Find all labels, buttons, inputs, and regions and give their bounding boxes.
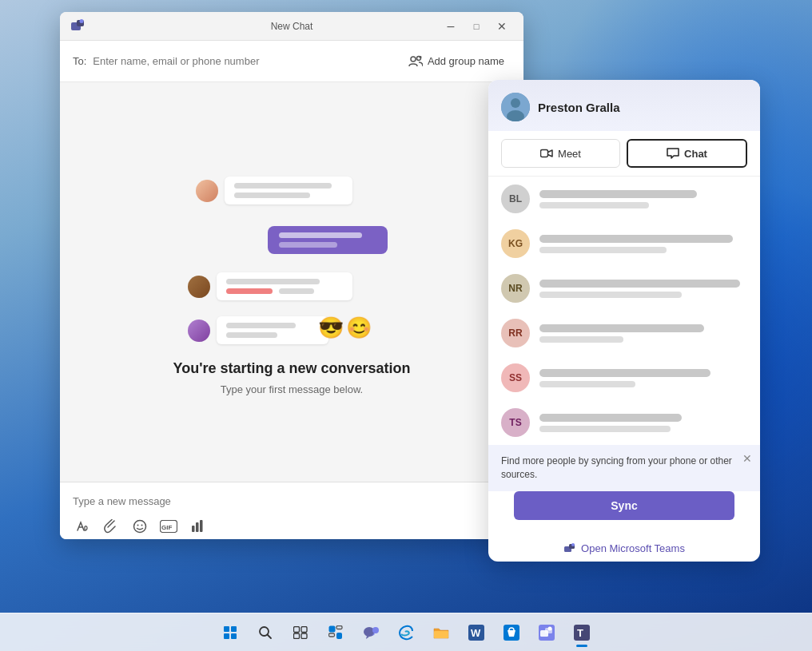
svg-text:GIF: GIF: [161, 524, 172, 531]
svg-point-2: [80, 19, 84, 23]
contact-sub-line: [539, 202, 649, 208]
meet-label: Meet: [558, 148, 581, 160]
svg-rect-13: [196, 522, 199, 532]
taskbar-teams-work[interactable]: T: [566, 617, 598, 649]
contact-info: [539, 324, 747, 343]
contact-list: BL KG NR RR SS: [488, 177, 760, 445]
window-titlebar: New Chat – □ ✕: [60, 12, 523, 41]
chat-button[interactable]: Chat: [627, 139, 747, 168]
meet-button[interactable]: Meet: [501, 139, 620, 168]
svg-point-21: [571, 543, 575, 546]
attach-icon[interactable]: [102, 517, 121, 536]
contact-item[interactable]: BL: [488, 177, 760, 221]
window-title: New Chat: [271, 21, 313, 32]
taskbar-explorer[interactable]: [425, 617, 457, 649]
teams-window: New Chat – □ ✕ To: Add group name: [60, 12, 523, 539]
contact-initials: RR: [501, 319, 530, 347]
windows-logo-icon: [224, 626, 237, 639]
contact-header: Preston Gralla: [488, 80, 760, 131]
add-group-button[interactable]: Add group name: [402, 51, 511, 72]
contact-sub-line: [539, 381, 635, 387]
contact-item[interactable]: SS: [488, 355, 760, 400]
contact-name-line: [539, 414, 682, 422]
taskbar-widgets[interactable]: [320, 617, 352, 649]
taskbar-teams-chat[interactable]: [355, 617, 387, 649]
contact-item[interactable]: TS: [488, 400, 760, 445]
contact-sub-line: [539, 426, 671, 432]
svg-line-23: [268, 634, 272, 638]
taskbar-task-view[interactable]: [285, 617, 316, 649]
contact-name-line: [539, 235, 733, 243]
contact-item[interactable]: NR: [488, 266, 760, 311]
contact-info: [539, 280, 747, 298]
teams-personal-icon: [539, 625, 555, 641]
task-view-icon: [293, 626, 308, 639]
explorer-icon: [433, 625, 449, 640]
sync-banner-text: Find more people by syncing from your ph…: [501, 455, 747, 482]
contact-sub-line: [539, 247, 667, 253]
open-teams-row[interactable]: Open Microsoft Teams: [488, 536, 760, 562]
sync-close-button[interactable]: ✕: [742, 451, 752, 467]
edge-icon: [398, 625, 414, 641]
message-toolbar: GIF: [73, 512, 511, 536]
format-icon[interactable]: [73, 517, 92, 536]
taskbar-start[interactable]: [214, 617, 246, 649]
chat-icon: [667, 148, 679, 159]
chat-area: 😎😊 You're starting a new conversation Ty…: [60, 82, 523, 482]
chat-label: Chat: [684, 148, 707, 160]
taskbar-teams-personal[interactable]: [531, 617, 563, 649]
store-icon: [504, 625, 519, 641]
to-label: To:: [73, 55, 86, 67]
svg-rect-31: [336, 633, 342, 639]
contact-avatar: [501, 93, 530, 121]
message-input-area: GIF: [60, 482, 523, 539]
gif-icon[interactable]: GIF: [159, 517, 178, 536]
taskbar-edge[interactable]: [390, 617, 422, 649]
svg-point-33: [372, 627, 379, 633]
contact-item[interactable]: KG: [488, 221, 760, 266]
poll-icon[interactable]: [188, 517, 207, 536]
video-icon: [540, 149, 553, 158]
svg-rect-30: [329, 633, 335, 637]
open-teams-label: Open Microsoft Teams: [581, 542, 685, 554]
word-icon: W: [468, 625, 484, 641]
contact-name-line: [539, 369, 710, 377]
recipient-input[interactable]: [93, 55, 402, 67]
contact-panel: Preston Gralla Meet Chat BL: [488, 80, 760, 562]
svg-point-7: [134, 521, 146, 533]
svg-rect-24: [294, 626, 300, 632]
contact-initials: KG: [501, 229, 530, 258]
svg-rect-27: [301, 633, 307, 639]
svg-rect-18: [541, 150, 548, 157]
svg-rect-14: [200, 520, 203, 532]
teams-chat-icon: [362, 625, 380, 641]
add-group-icon: [408, 54, 423, 69]
contact-name-line: [539, 324, 704, 332]
message-input[interactable]: [73, 490, 511, 512]
svg-rect-12: [192, 526, 195, 532]
search-icon: [258, 625, 273, 640]
svg-rect-28: [329, 625, 336, 632]
action-buttons: Meet Chat: [488, 131, 760, 177]
new-conversation-subtitle: Type your first message below.: [221, 383, 363, 395]
emoji-icon[interactable]: [130, 517, 149, 536]
minimize-button[interactable]: –: [439, 14, 463, 38]
contact-info: [539, 190, 747, 208]
contact-sub-line: [539, 336, 623, 343]
close-button[interactable]: ✕: [490, 14, 514, 38]
window-controls: – □ ✕: [439, 14, 514, 38]
svg-point-41: [548, 626, 552, 630]
taskbar-word[interactable]: W: [460, 617, 492, 649]
contact-item[interactable]: RR: [488, 311, 760, 355]
taskbar-search[interactable]: [249, 617, 281, 649]
svg-text:T: T: [577, 627, 583, 639]
maximize-button[interactable]: □: [464, 14, 488, 38]
contact-initials: NR: [501, 274, 530, 303]
contact-initials: BL: [501, 185, 530, 213]
contact-info: [539, 369, 747, 387]
svg-rect-26: [294, 633, 300, 639]
contact-initials: SS: [501, 363, 530, 392]
sync-button[interactable]: Sync: [514, 491, 734, 520]
taskbar-store[interactable]: [496, 617, 527, 649]
contact-name-line: [539, 190, 697, 198]
